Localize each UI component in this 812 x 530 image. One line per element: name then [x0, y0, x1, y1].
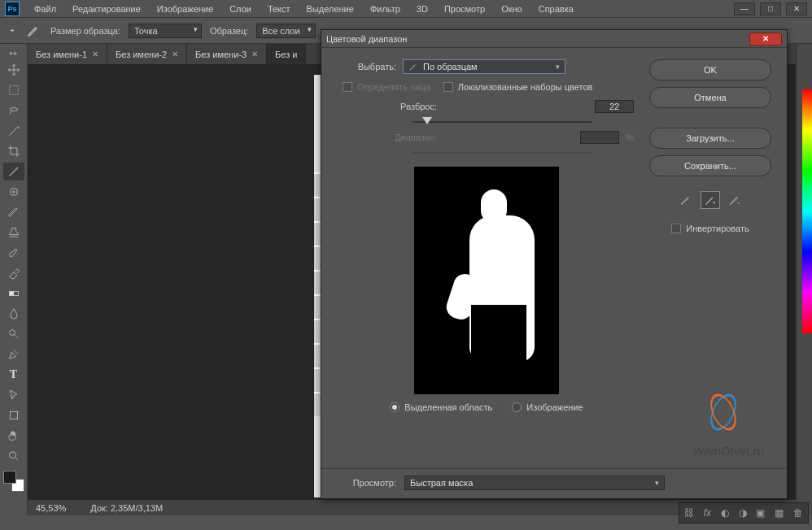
- app-logo: Ps: [5, 2, 20, 16]
- document-tab[interactable]: Без имени-2✕: [107, 44, 187, 64]
- menu-file[interactable]: Файл: [26, 2, 64, 16]
- menu-3d[interactable]: 3D: [408, 2, 436, 16]
- zoom-tool[interactable]: [3, 447, 24, 465]
- fuzziness-label: Разброс:: [339, 102, 437, 111]
- crop-tool[interactable]: [3, 142, 24, 160]
- adjustment-layer-icon[interactable]: ◑: [739, 507, 747, 519]
- slider-thumb-icon[interactable]: [422, 117, 432, 124]
- dodge-tool[interactable]: [3, 325, 24, 343]
- close-icon[interactable]: ✕: [172, 50, 178, 59]
- eyedropper-sample-icon[interactable]: [676, 191, 696, 209]
- dialog-titlebar[interactable]: Цветовой диапазон ✕: [321, 30, 787, 48]
- checkbox-icon[interactable]: [671, 224, 681, 233]
- shape-tool[interactable]: [3, 406, 24, 424]
- menubar: Ps Файл Редактирование Изображение Слои …: [0, 0, 812, 18]
- document-tab-label: Без имени-2: [116, 50, 167, 59]
- close-icon[interactable]: ✕: [92, 50, 98, 59]
- watermark-text: WamOtvet.ru: [692, 444, 764, 458]
- close-icon[interactable]: ✕: [251, 50, 258, 59]
- color-picker-strip[interactable]: [802, 89, 812, 333]
- menu-layers[interactable]: Слои: [221, 2, 260, 16]
- history-brush-tool[interactable]: [3, 244, 24, 262]
- color-swatches[interactable]: [3, 471, 24, 492]
- preview-mode-dropdown[interactable]: Быстрая маска: [404, 476, 665, 490]
- type-tool[interactable]: T: [3, 366, 24, 384]
- document-tab[interactable]: Без имени-3✕: [187, 44, 267, 64]
- toolbar-collapse-icon[interactable]: ▸▸: [10, 49, 18, 57]
- menu-select[interactable]: Выделение: [299, 2, 362, 16]
- eyedropper-icon: [408, 62, 418, 72]
- menu-help[interactable]: Справка: [530, 2, 582, 16]
- zoom-level[interactable]: 45,53%: [36, 503, 66, 513]
- localized-checkbox[interactable]: Локализованные наборы цветов: [443, 82, 593, 92]
- layer-style-icon[interactable]: fx: [704, 507, 711, 519]
- pen-tool[interactable]: [3, 345, 24, 363]
- menu-image[interactable]: Изображение: [149, 2, 221, 16]
- radio-icon[interactable]: [390, 402, 399, 412]
- sample-size-dropdown[interactable]: Точка: [129, 24, 202, 38]
- select-value: По образцам: [423, 62, 478, 72]
- color-range-dialog: Цветовой диапазон ✕ Выбрать: По образцам…: [321, 29, 788, 499]
- window-controls: — □ ✕: [734, 2, 807, 15]
- expand-options-icon[interactable]: ◂▸: [8, 28, 16, 33]
- eyedropper-subtract-icon[interactable]: [725, 191, 744, 209]
- magic-wand-tool[interactable]: [3, 122, 24, 140]
- radio-image[interactable]: Изображение: [512, 402, 583, 412]
- document-tab-label: Без имени-1: [36, 50, 87, 59]
- menu-window[interactable]: Окно: [493, 2, 530, 16]
- cancel-button[interactable]: Отмена: [649, 87, 771, 108]
- brush-tool[interactable]: [3, 203, 24, 221]
- checkbox-icon: [343, 82, 352, 92]
- fuzziness-slider[interactable]: [413, 121, 592, 123]
- link-layers-icon[interactable]: ⛓: [684, 507, 694, 519]
- svg-rect-3: [9, 291, 13, 295]
- radio-selection[interactable]: Выделенная область: [390, 402, 492, 412]
- menu-filter[interactable]: Фильтр: [362, 2, 408, 16]
- sample-label: Образец:: [210, 26, 248, 36]
- eraser-tool[interactable]: [3, 264, 24, 282]
- load-button[interactable]: Загрузить...: [649, 128, 771, 149]
- sample-dropdown[interactable]: Все слои: [256, 24, 315, 38]
- marquee-tool[interactable]: [3, 81, 24, 99]
- new-layer-icon[interactable]: ▦: [775, 507, 784, 519]
- doc-size: Док: 2,35M/3,13M: [90, 503, 163, 513]
- move-tool[interactable]: [3, 61, 24, 79]
- stamp-tool[interactable]: [3, 224, 24, 241]
- fuzziness-input[interactable]: [595, 100, 634, 113]
- eyedropper-add-icon[interactable]: [701, 191, 720, 209]
- checkbox-icon[interactable]: [443, 82, 453, 92]
- lasso-tool[interactable]: [3, 102, 24, 119]
- delete-layer-icon[interactable]: 🗑: [793, 507, 803, 519]
- dialog-close-button[interactable]: ✕: [749, 33, 782, 46]
- window-minimize-button[interactable]: —: [734, 2, 755, 15]
- svg-point-6: [9, 452, 15, 458]
- path-select-tool[interactable]: [3, 386, 24, 404]
- save-button[interactable]: Сохранить...: [649, 155, 771, 176]
- menu-edit[interactable]: Редактирование: [64, 2, 149, 16]
- healing-tool[interactable]: [3, 183, 24, 201]
- blur-tool[interactable]: [3, 305, 24, 323]
- ok-button[interactable]: OK: [649, 59, 771, 80]
- menu-text[interactable]: Текст: [260, 2, 299, 16]
- foreground-color-swatch[interactable]: [3, 471, 16, 484]
- toolbar: ▸▸ T: [0, 44, 28, 515]
- window-maximize-button[interactable]: □: [760, 2, 781, 15]
- detect-faces-checkbox: Определять лица: [343, 82, 430, 92]
- window-close-button[interactable]: ✕: [786, 2, 807, 15]
- select-dropdown[interactable]: По образцам: [403, 59, 565, 74]
- menu-view[interactable]: Просмотр: [436, 2, 493, 16]
- document-tab[interactable]: Без и: [267, 44, 306, 64]
- active-tool-icon: [24, 22, 42, 40]
- svg-rect-5: [10, 411, 17, 419]
- selection-preview[interactable]: [414, 167, 559, 394]
- layer-mask-icon[interactable]: ◐: [721, 507, 729, 519]
- group-icon[interactable]: ▣: [756, 507, 765, 519]
- gradient-tool[interactable]: [3, 285, 24, 302]
- hand-tool[interactable]: [3, 427, 24, 445]
- document-tab[interactable]: Без имени-1✕: [28, 44, 107, 64]
- radio-icon[interactable]: [512, 402, 522, 412]
- eyedropper-tool[interactable]: [3, 163, 24, 180]
- invert-checkbox[interactable]: Инвертировать: [671, 224, 749, 233]
- range-label: Диапазон:: [339, 132, 437, 142]
- sample-size-label: Размер образца:: [50, 26, 120, 36]
